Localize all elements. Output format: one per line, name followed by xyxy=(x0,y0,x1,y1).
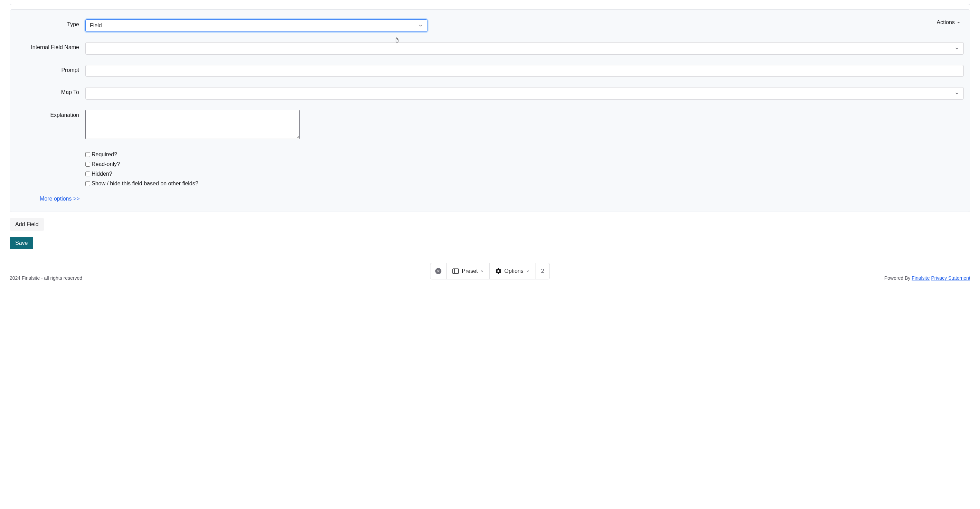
chevron-down-icon xyxy=(955,91,959,96)
required-checkbox[interactable] xyxy=(85,152,90,157)
gear-icon xyxy=(496,268,502,274)
powered-by-text: Powered By xyxy=(884,275,912,281)
chevron-down-icon xyxy=(418,23,423,28)
required-label[interactable]: Required? xyxy=(92,152,117,158)
chevron-down-icon xyxy=(955,46,959,51)
type-value: Field xyxy=(90,22,102,29)
save-button[interactable]: Save xyxy=(10,237,33,249)
internal-field-name-label: Internal Field Name xyxy=(16,42,85,51)
svg-rect-0 xyxy=(453,269,458,273)
type-select[interactable]: Field xyxy=(85,19,428,32)
previous-panel-edge xyxy=(10,0,970,5)
preset-label: Preset xyxy=(462,268,477,274)
prompt-input[interactable] xyxy=(85,65,964,77)
readonly-label[interactable]: Read-only? xyxy=(92,161,120,168)
preset-dropdown[interactable]: Preset xyxy=(447,263,490,279)
map-to-label: Map To xyxy=(16,87,85,96)
page-number-display[interactable]: 2 xyxy=(536,263,550,279)
finalsite-link[interactable]: Finalsite xyxy=(912,275,929,281)
chevron-down-icon xyxy=(957,21,960,24)
internal-field-name-select[interactable] xyxy=(85,42,964,55)
page-footer: ✕ Preset Options xyxy=(0,271,980,285)
explanation-textarea[interactable] xyxy=(85,110,300,139)
chevron-down-icon xyxy=(480,270,484,273)
prompt-label: Prompt xyxy=(16,65,85,73)
hidden-label[interactable]: Hidden? xyxy=(92,171,112,177)
actions-dropdown[interactable]: Actions xyxy=(937,19,960,26)
field-editor-panel: Actions Type Field Internal Field Name xyxy=(10,10,970,212)
type-label: Type xyxy=(16,19,85,28)
floating-toolbar: ✕ Preset Options xyxy=(430,263,550,279)
options-dropdown[interactable]: Options xyxy=(490,263,536,279)
showhide-label[interactable]: Show / hide this field based on other fi… xyxy=(92,180,198,187)
more-options-link[interactable]: More options >> xyxy=(40,196,80,202)
close-icon: ✕ xyxy=(435,268,441,274)
explanation-label: Explanation xyxy=(16,110,85,118)
map-to-select[interactable] xyxy=(85,87,964,100)
options-label: Options xyxy=(504,268,523,274)
page-number: 2 xyxy=(541,268,544,274)
preset-icon xyxy=(452,268,459,274)
privacy-link[interactable]: Privacy Statement xyxy=(931,275,970,281)
readonly-checkbox[interactable] xyxy=(85,162,90,167)
hidden-checkbox[interactable] xyxy=(85,172,90,176)
chevron-down-icon xyxy=(526,270,530,273)
actions-label: Actions xyxy=(937,19,955,26)
showhide-checkbox[interactable] xyxy=(85,181,90,186)
add-field-button[interactable]: Add Field xyxy=(10,218,44,231)
copyright-text: 2024 Finalsite - all rights reserved xyxy=(10,275,82,281)
toolbar-close-button[interactable]: ✕ xyxy=(430,263,447,279)
